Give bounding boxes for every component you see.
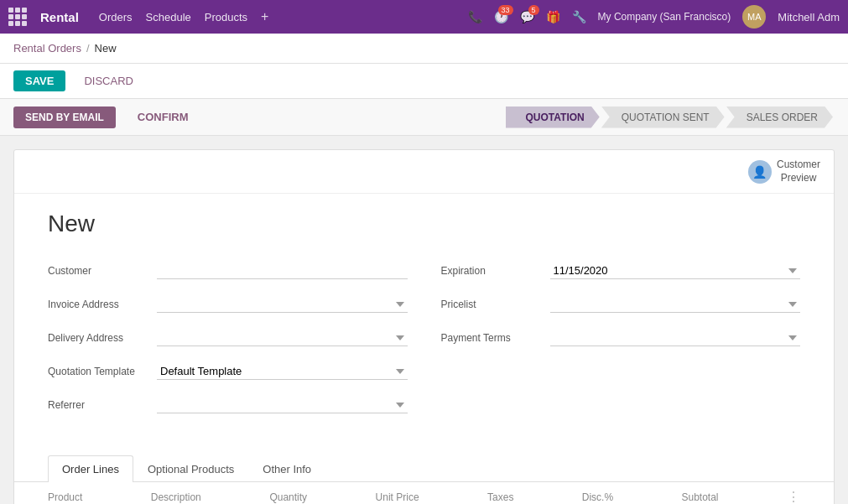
order-table: Product Description Quantity Unit Price … bbox=[14, 482, 834, 504]
invoice-address-label: Invoice Address bbox=[48, 299, 157, 310]
table-header-row: Product Description Quantity Unit Price … bbox=[14, 482, 834, 504]
delivery-address-label: Delivery Address bbox=[48, 332, 157, 344]
clock-badge: 33 bbox=[498, 5, 513, 15]
form-body: New Customer Invoice Address Delivery Ad… bbox=[14, 194, 834, 442]
pricelist-label: Pricelist bbox=[441, 299, 550, 310]
form-left-col: Customer Invoice Address Delivery Addres… bbox=[48, 257, 408, 425]
field-pricelist: Pricelist bbox=[441, 291, 801, 318]
preview-icon: 👤 bbox=[748, 160, 772, 184]
expiration-label: Expiration bbox=[441, 265, 550, 277]
field-quotation-template: Quotation Template Default Template bbox=[48, 358, 408, 385]
field-delivery-address: Delivery Address bbox=[48, 325, 408, 351]
stage-sales-order[interactable]: SALES ORDER bbox=[726, 107, 833, 128]
avatar[interactable]: MA bbox=[742, 5, 766, 29]
customer-preview-button[interactable]: 👤 CustomerPreview bbox=[748, 158, 820, 184]
tab-other-info[interactable]: Other Info bbox=[248, 455, 325, 482]
clock-icon[interactable]: 🕐33 bbox=[494, 10, 508, 23]
delivery-address-select[interactable] bbox=[157, 330, 408, 346]
customer-input[interactable] bbox=[157, 262, 408, 279]
invoice-address-select[interactable] bbox=[157, 296, 408, 313]
expiration-select[interactable]: 11/15/2020 bbox=[550, 262, 801, 279]
breadcrumb-separator: / bbox=[86, 42, 90, 55]
quotation-template-label: Quotation Template bbox=[48, 366, 157, 377]
quotation-template-select[interactable]: Default Template bbox=[157, 363, 408, 380]
form-right-col: Expiration 11/15/2020 Pricelist Payment … bbox=[441, 257, 801, 425]
top-nav: Rental Orders Schedule Products + 📞 🕐33 … bbox=[0, 0, 848, 34]
tab-order-lines[interactable]: Order Lines bbox=[48, 455, 133, 482]
company-name: My Company (San Francisco) bbox=[598, 11, 731, 23]
add-menu-button[interactable]: + bbox=[261, 9, 268, 24]
customer-label: Customer bbox=[48, 265, 157, 277]
pricelist-select[interactable] bbox=[550, 296, 801, 313]
send-email-button[interactable]: SEND BY EMAIL bbox=[13, 107, 116, 128]
form-fields: Customer Invoice Address Delivery Addres… bbox=[48, 257, 800, 425]
payment-terms-label: Payment Terms bbox=[441, 332, 550, 344]
col-quantity: Quantity bbox=[236, 482, 341, 504]
breadcrumb-parent[interactable]: Rental Orders bbox=[13, 42, 81, 55]
col-description: Description bbox=[117, 482, 237, 504]
action-bar: SAVE DISCARD bbox=[0, 64, 848, 99]
col-subtotal: Subtotal bbox=[648, 482, 753, 504]
chat-icon[interactable]: 💬5 bbox=[520, 10, 534, 23]
form-title: New bbox=[48, 210, 800, 237]
col-unit-price: Unit Price bbox=[342, 482, 455, 504]
payment-terms-select[interactable] bbox=[550, 330, 801, 346]
nav-orders[interactable]: Orders bbox=[99, 11, 133, 23]
app-name: Rental bbox=[40, 10, 79, 24]
user-name[interactable]: Mitchell Adm bbox=[778, 11, 840, 23]
customer-preview-label: CustomerPreview bbox=[777, 158, 820, 184]
main-content: 👤 CustomerPreview New Customer Invoice A… bbox=[0, 136, 848, 504]
chat-badge: 5 bbox=[528, 5, 539, 15]
nav-products[interactable]: Products bbox=[205, 11, 247, 23]
customer-preview-bar: 👤 CustomerPreview bbox=[14, 150, 834, 194]
tab-optional-products[interactable]: Optional Products bbox=[133, 455, 248, 482]
phone-icon[interactable]: 📞 bbox=[468, 10, 482, 23]
wrench-icon[interactable]: 🔧 bbox=[572, 10, 586, 23]
field-expiration: Expiration 11/15/2020 bbox=[441, 257, 801, 284]
field-referrer: Referrer bbox=[48, 392, 408, 418]
field-invoice-address: Invoice Address bbox=[48, 291, 408, 318]
referrer-select[interactable] bbox=[157, 397, 408, 413]
col-more: ⋮ bbox=[753, 482, 834, 504]
stage-quotation[interactable]: QUOTATION bbox=[506, 107, 600, 128]
col-taxes: Taxes bbox=[454, 482, 549, 504]
right-icons: 📞 🕐33 💬5 🎁 🔧 My Company (San Francisco) … bbox=[468, 5, 840, 29]
breadcrumb-current: New bbox=[95, 42, 117, 55]
order-tabs: Order Lines Optional Products Other Info bbox=[14, 442, 834, 482]
status-bar: SEND BY EMAIL CONFIRM QUOTATION QUOTATIO… bbox=[0, 99, 848, 136]
gift-icon[interactable]: 🎁 bbox=[546, 10, 560, 23]
nav-schedule[interactable]: Schedule bbox=[146, 11, 191, 23]
col-product: Product bbox=[14, 482, 117, 504]
breadcrumb: Rental Orders / New bbox=[0, 34, 848, 64]
stage-quotation-sent[interactable]: QUOTATION SENT bbox=[601, 107, 725, 128]
save-button[interactable]: SAVE bbox=[13, 70, 65, 91]
field-customer: Customer bbox=[48, 257, 408, 284]
form-card: 👤 CustomerPreview New Customer Invoice A… bbox=[13, 149, 835, 504]
stage-pipeline: QUOTATION QUOTATION SENT SALES ORDER bbox=[506, 107, 835, 128]
referrer-label: Referrer bbox=[48, 399, 157, 411]
confirm-button[interactable]: CONFIRM bbox=[126, 106, 200, 128]
apps-icon[interactable] bbox=[8, 8, 27, 26]
col-disc: Disc.% bbox=[549, 482, 648, 504]
field-payment-terms: Payment Terms bbox=[441, 325, 801, 351]
discard-button[interactable]: DISCARD bbox=[72, 70, 145, 91]
